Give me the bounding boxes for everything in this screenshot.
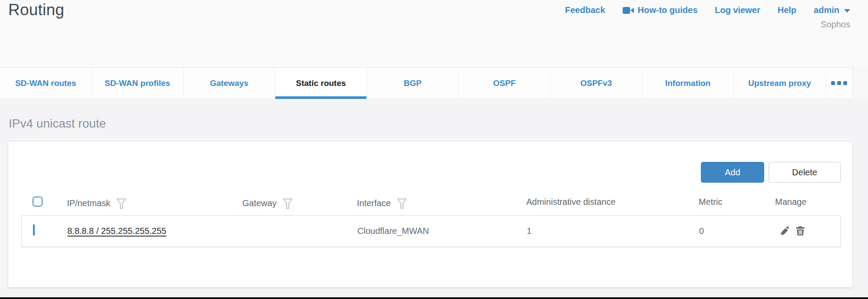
page-header: Routing Feedback How-to guides Log viewe… [0, 0, 868, 67]
log-viewer-link[interactable]: Log viewer [715, 5, 760, 15]
column-header-ip-netmask: IP/netmask [67, 198, 110, 208]
edit-pencil-icon[interactable] [779, 225, 790, 237]
table-row: 8.8.8.8 / 255.255.255.255 Cloudflare_MWA… [21, 215, 841, 247]
how-to-guides-label: How-to guides [638, 5, 698, 15]
tab-static-routes[interactable]: Static routes [275, 68, 367, 99]
feedback-link-label: Feedback [565, 5, 605, 15]
help-label: Help [778, 5, 796, 15]
screen-bottom-edge [0, 297, 868, 299]
tab-gateways[interactable]: Gateways [184, 68, 275, 99]
table-actions: Add Delete [701, 162, 841, 183]
route-ip-netmask-link[interactable]: 8.8.8.8 / 255.255.255.255 [67, 226, 166, 236]
tab-upstream-proxy[interactable]: Upstream proxy [734, 68, 825, 99]
feedback-link[interactable]: Feedback [565, 5, 605, 15]
column-header-manage: Manage [775, 197, 806, 207]
filter-icon[interactable] [283, 197, 293, 209]
column-header-administrative-distance: Administrative distance [526, 197, 616, 207]
table-header: IP/netmask Gateway [8, 191, 852, 215]
header-links: Feedback How-to guides Log viewer Help a… [565, 5, 850, 15]
tab-ospf[interactable]: OSPF [459, 68, 550, 99]
column-header-gateway: Gateway [242, 198, 277, 208]
tab-label: Gateways [210, 79, 248, 88]
delete-trash-icon[interactable] [795, 225, 806, 237]
log-viewer-label: Log viewer [715, 5, 760, 15]
tab-information[interactable]: Information [642, 68, 734, 99]
add-button[interactable]: Add [701, 162, 764, 183]
tabs-overflow-button[interactable] [826, 68, 852, 99]
content-area: IPv4 unicast route Add Delete IP/netmask [0, 99, 868, 299]
select-all-checkbox[interactable] [33, 197, 43, 207]
row-checkbox[interactable] [33, 224, 35, 236]
page-title: Routing [8, 1, 64, 19]
routing-page: Routing Feedback How-to guides Log viewe… [0, 0, 868, 299]
routing-tabbar: SD-WAN routes SD-WAN profiles Gateways S… [0, 67, 853, 99]
section-title: IPv4 unicast route [9, 117, 106, 131]
tab-ospfv3[interactable]: OSPFv3 [551, 68, 642, 99]
tab-label: SD-WAN routes [15, 79, 76, 88]
tab-sd-wan-profiles[interactable]: SD-WAN profiles [92, 68, 183, 99]
tab-label: SD-WAN profiles [105, 79, 170, 88]
tab-label: Information [665, 79, 711, 88]
video-camera-icon [623, 7, 634, 14]
chevron-down-icon [844, 9, 850, 13]
admin-menu[interactable]: admin [814, 5, 850, 15]
delete-button[interactable]: Delete [769, 162, 841, 183]
tab-bgp[interactable]: BGP [367, 68, 459, 99]
tab-sd-wan-routes[interactable]: SD-WAN routes [0, 68, 92, 99]
filter-icon[interactable] [116, 197, 126, 209]
route-manage-cell [779, 225, 806, 237]
column-header-interface: Interface [357, 198, 391, 208]
tab-label: BGP [404, 79, 422, 88]
how-to-guides-link[interactable]: How-to guides [623, 5, 698, 15]
account-name: Sophos [821, 20, 850, 30]
tab-label: Upstream proxy [748, 79, 811, 88]
admin-menu-label: admin [814, 5, 839, 15]
filter-icon[interactable] [397, 197, 407, 209]
route-administrative-distance-value: 1 [527, 226, 531, 236]
route-metric-value: 0 [699, 226, 704, 236]
tab-label: Static routes [296, 79, 346, 88]
ellipsis-icon [831, 81, 847, 85]
tab-label: OSPFv3 [580, 79, 612, 88]
tab-label: OSPF [493, 79, 516, 88]
help-link[interactable]: Help [778, 5, 796, 15]
route-interface-value: Cloudflare_MWAN [357, 226, 429, 236]
column-header-metric: Metric [699, 197, 722, 207]
ipv4-unicast-route-panel: Add Delete IP/netmask Gateway [8, 141, 853, 288]
